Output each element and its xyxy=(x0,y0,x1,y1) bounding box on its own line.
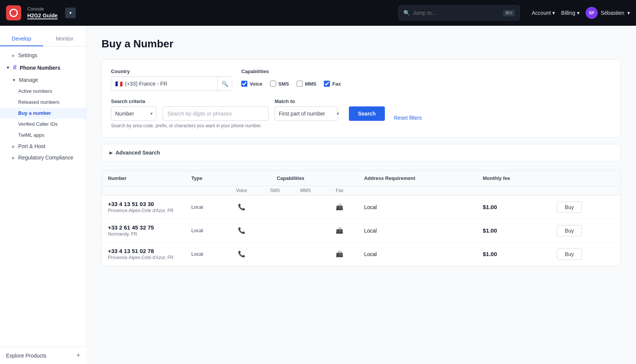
cell-action: Buy xyxy=(551,219,620,242)
global-search-input[interactable] xyxy=(413,10,500,16)
advanced-search-label: Advanced Search xyxy=(116,150,160,156)
criteria-row: Search criteria Number Match to xyxy=(111,98,611,121)
flag-icon: 🇫🇷 xyxy=(111,80,123,87)
table-subheader-row: Voice SMS MMS Fax xyxy=(102,186,620,195)
sidebar-item-buy-number[interactable]: Buy a number xyxy=(0,108,86,119)
user-menu[interactable]: SP Sébastien ▾ xyxy=(586,7,630,19)
sidebar-item-active-numbers[interactable]: Active numbers xyxy=(0,86,86,97)
cell-fee: $1.00 xyxy=(477,242,551,266)
app-logo xyxy=(6,5,21,20)
sidebar-item-released-numbers[interactable]: Released numbers xyxy=(0,97,86,108)
cell-action: Buy xyxy=(551,195,620,219)
match-to-label: Match to xyxy=(275,98,343,104)
project-name[interactable]: H2G2 Guide xyxy=(27,12,58,19)
country-label: Country xyxy=(111,69,232,74)
search-icon: 🔍 xyxy=(222,81,228,87)
search-button[interactable]: Search xyxy=(349,106,385,121)
capabilities-label: Capabilities xyxy=(241,69,341,74)
cap-fax-check[interactable]: Fax xyxy=(324,81,341,87)
th-address: Address Requirement xyxy=(358,171,477,186)
explore-products[interactable]: Explore Products xyxy=(6,353,47,359)
sms-checkbox[interactable] xyxy=(270,81,276,87)
user-name: Sébastien xyxy=(601,10,624,16)
topnav-right: Account ▾ Billing ▾ SP Sébastien ▾ xyxy=(532,7,630,19)
cell-number: +33 2 61 45 32 75 Normandy, FR xyxy=(102,219,185,242)
cell-mms xyxy=(290,195,321,219)
main-content: Buy a Number Country 🇫🇷 🔍 xyxy=(86,26,636,364)
hash-icon: # xyxy=(13,64,17,72)
chevron-right-icon-port: ▶ xyxy=(12,144,15,148)
search-criteria-group: Search criteria Number xyxy=(111,98,156,121)
cell-type: Local xyxy=(185,242,223,266)
chevron-right-icon: ▶ xyxy=(12,53,15,58)
chevron-down-icon: ▼ xyxy=(6,66,10,70)
mms-checkbox[interactable] xyxy=(297,81,303,87)
tab-monitor[interactable]: Monitor xyxy=(43,32,86,46)
th-sub-mms: MMS xyxy=(290,186,321,195)
table-header-row: Number Type Capabilities Address Require… xyxy=(102,171,620,186)
account-menu[interactable]: Account ▾ xyxy=(532,10,555,16)
sidebar-item-regulatory-compliance[interactable]: ▶ Regulatory Compliance xyxy=(0,152,86,163)
criteria-select-wrap[interactable]: Number xyxy=(111,106,156,121)
sidebar-item-twiml-apps[interactable]: TwiML apps xyxy=(0,130,86,141)
cell-voice: 📞 xyxy=(223,242,260,266)
cell-sms xyxy=(260,195,290,219)
sidebar-item-manage[interactable]: ▼ Manage xyxy=(0,74,86,86)
cell-sms xyxy=(260,219,290,242)
country-input-wrap[interactable]: 🇫🇷 🔍 xyxy=(111,77,232,91)
th-type: Type xyxy=(185,171,223,186)
cell-number: +33 4 13 51 02 78 Provence-Alpes-Cote d'… xyxy=(102,242,185,266)
account-chevron-icon: ▾ xyxy=(552,10,555,16)
search-input-group xyxy=(163,106,269,121)
cap-sms-check[interactable]: SMS xyxy=(270,81,289,87)
cell-fax: 📠 xyxy=(321,195,358,219)
form-row-country: Country 🇫🇷 🔍 Capabilities xyxy=(111,69,611,91)
buy-button[interactable]: Buy xyxy=(557,225,582,236)
global-search[interactable]: 🔍 ⌘K xyxy=(398,5,520,20)
country-search-button[interactable]: 🔍 xyxy=(217,77,232,91)
add-icon[interactable]: + xyxy=(76,352,80,359)
th-action xyxy=(551,171,620,186)
sidebar-item-settings[interactable]: ▶ Settings xyxy=(0,50,86,61)
table-row: +33 2 61 45 32 75 Normandy, FR Local 📞 📠… xyxy=(102,219,620,242)
avatar: SP xyxy=(586,7,598,19)
cell-type: Local xyxy=(185,195,223,219)
keyboard-shortcut: ⌘K xyxy=(503,10,514,16)
cell-address: Local xyxy=(358,195,477,219)
cap-mms-check[interactable]: MMS xyxy=(297,81,316,87)
numbers-table: Number Type Capabilities Address Require… xyxy=(102,171,620,266)
cell-address: Local xyxy=(358,242,477,266)
sidebar-item-verified-caller-ids[interactable]: Verified Caller IDs xyxy=(0,119,86,130)
chevron-down-icon-manage: ▼ xyxy=(12,78,16,82)
match-to-group: Match to First part of number Any part o… xyxy=(275,98,343,121)
buy-button[interactable]: Buy xyxy=(557,248,582,260)
capabilities-group: Capabilities Voice SMS MMS xyxy=(241,69,341,91)
match-select-wrap[interactable]: First part of number Any part of number … xyxy=(275,106,343,121)
billing-menu[interactable]: Billing ▾ xyxy=(561,10,579,16)
project-switcher-button[interactable]: ▾ xyxy=(65,8,76,18)
sidebar-item-phone-numbers[interactable]: ▼ # Phone Numbers xyxy=(0,61,86,74)
cell-mms xyxy=(290,219,321,242)
advanced-search-section[interactable]: ▶ Advanced Search xyxy=(102,144,621,161)
sidebar-item-port-host[interactable]: ▶ Port & Host xyxy=(0,141,86,152)
reset-filters-button[interactable]: Reset filters xyxy=(391,115,425,121)
billing-chevron-icon: ▾ xyxy=(577,10,580,16)
chevron-right-icon-adv: ▶ xyxy=(109,150,113,155)
buy-button[interactable]: Buy xyxy=(557,202,582,213)
topnav: Console H2G2 Guide ▾ 🔍 ⌘K Account ▾ Bill… xyxy=(0,0,636,26)
tab-develop[interactable]: Develop xyxy=(0,32,43,46)
fax-checkbox[interactable] xyxy=(324,81,330,87)
console-label: Console xyxy=(27,6,58,12)
cell-mms xyxy=(290,242,321,266)
cap-voice-check[interactable]: Voice xyxy=(241,81,263,87)
sidebar: Develop Monitor ▶ Settings ▼ # Phone Num… xyxy=(0,26,86,364)
search-criteria-label: Search criteria xyxy=(111,98,156,104)
criteria-select[interactable]: Number xyxy=(111,106,156,121)
search-icon: 🔍 xyxy=(403,10,410,16)
country-input[interactable] xyxy=(123,77,217,91)
cell-fax: 📠 xyxy=(321,219,358,242)
cell-action: Buy xyxy=(551,242,620,266)
search-input[interactable] xyxy=(163,106,269,121)
match-select[interactable]: First part of number Any part of number … xyxy=(275,106,338,121)
voice-checkbox[interactable] xyxy=(241,81,247,87)
